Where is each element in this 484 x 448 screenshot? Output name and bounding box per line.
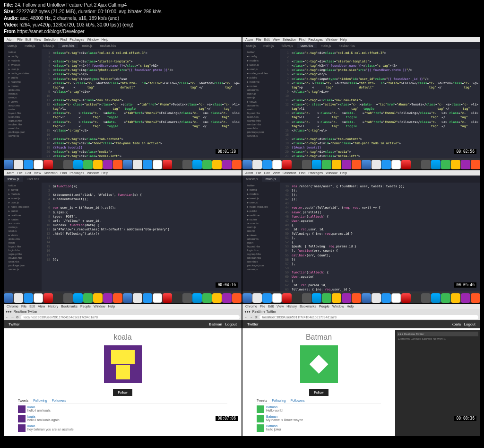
back-icon[interactable]: ← bbox=[6, 316, 9, 319]
dock-app-icon[interactable] bbox=[222, 160, 232, 169]
editor-tabs[interactable]: follow.jsmain.js bbox=[242, 176, 480, 183]
dock-app-icon[interactable] bbox=[14, 160, 23, 169]
dock-app-icon[interactable] bbox=[401, 160, 411, 169]
url-input[interactable]: localhost:3030/user/5911f7c41b4e1ce17c94… bbox=[259, 315, 478, 319]
tweet-item[interactable]: BatmanHello world bbox=[257, 405, 381, 413]
dock-app-icon[interactable] bbox=[411, 160, 421, 169]
dock-app-icon[interactable] bbox=[322, 293, 331, 303]
dock-app-icon[interactable] bbox=[262, 293, 272, 303]
code-editor[interactable]: 1<class="c-tag">div class="col-md-6 col-… bbox=[42, 49, 242, 158]
tweet-item[interactable]: BatmanMy name is Bruce wayne bbox=[257, 415, 381, 422]
dock-app-icon[interactable] bbox=[342, 293, 351, 303]
atom-menubar[interactable]: AtomFileEditViewSelectionFindPackagesWin… bbox=[4, 37, 242, 42]
dock-app-icon[interactable] bbox=[113, 160, 122, 169]
dock-app-icon[interactable] bbox=[202, 160, 212, 169]
editor-tabs[interactable]: user.jsmain.jsfollow.jsuser.hbsmain.jsna… bbox=[242, 42, 480, 49]
dock-app-icon[interactable] bbox=[63, 160, 73, 169]
dock-app-icon[interactable] bbox=[461, 293, 470, 303]
atom-menubar[interactable]: AtomFileEditViewSelectionFindPackagesWin… bbox=[242, 37, 480, 42]
dock-app-icon[interactable] bbox=[192, 293, 202, 303]
dock-app-icon[interactable] bbox=[123, 160, 132, 169]
code-editor[interactable]: 1<class="c-tag">div class="col-md-6 col-… bbox=[280, 49, 480, 158]
macos-dock[interactable] bbox=[4, 291, 242, 303]
dock-app-icon[interactable] bbox=[73, 293, 83, 303]
dock-app-icon[interactable] bbox=[282, 293, 292, 303]
dock-app-icon[interactable] bbox=[461, 160, 470, 169]
tweet-item[interactable]: koalahello i am koala again bbox=[18, 415, 227, 422]
dock-app-icon[interactable] bbox=[182, 293, 192, 303]
dock-app-icon[interactable] bbox=[53, 293, 63, 303]
dock-app-icon[interactable] bbox=[312, 293, 321, 303]
site-navbar[interactable]: Twitterkoala Logout bbox=[242, 320, 480, 328]
dock-app-icon[interactable] bbox=[431, 160, 441, 169]
dock-app-icon[interactable] bbox=[411, 293, 421, 303]
dock-app-icon[interactable] bbox=[93, 293, 103, 303]
dock-app-icon[interactable] bbox=[83, 293, 93, 303]
dock-app-icon[interactable] bbox=[34, 293, 43, 303]
file-tree[interactable]: twitter▸ config▸ models▸ tweet.js▸ user.… bbox=[4, 183, 42, 291]
site-navbar[interactable]: TwitterBatman Logout bbox=[4, 320, 242, 328]
dock-app-icon[interactable] bbox=[93, 160, 103, 169]
dock-app-icon[interactable] bbox=[34, 160, 43, 169]
tweet-item[interactable]: koalahey batman you are an asshole bbox=[18, 424, 227, 432]
dock-app-icon[interactable] bbox=[173, 160, 182, 169]
profile-tabs[interactable]: TweetsFollowingFollowers bbox=[18, 399, 227, 404]
dock-app-icon[interactable] bbox=[133, 293, 142, 303]
address-bar[interactable]: ←→⟳localhost:3030/user/5911f7c41b4e1ce17… bbox=[242, 314, 480, 320]
macos-dock[interactable] bbox=[242, 291, 480, 303]
dock-app-icon[interactable] bbox=[153, 160, 162, 169]
macos-dock[interactable] bbox=[4, 158, 242, 169]
reload-icon[interactable]: ⟳ bbox=[255, 316, 258, 319]
dock-app-icon[interactable] bbox=[242, 160, 252, 169]
code-editor[interactable]: 39 res.render('main/user', { foundUser: … bbox=[280, 183, 480, 291]
dock-app-icon[interactable] bbox=[53, 160, 63, 169]
dock-app-icon[interactable] bbox=[63, 293, 73, 303]
dock-app-icon[interactable] bbox=[4, 293, 13, 303]
dock-app-icon[interactable] bbox=[441, 160, 450, 169]
dock-app-icon[interactable] bbox=[24, 160, 33, 169]
editor-tabs[interactable]: follow.jsuser.hbs bbox=[4, 176, 242, 183]
dock-app-icon[interactable] bbox=[143, 160, 152, 169]
chrome-menubar[interactable]: ChromeFileEditViewHistoryBookmarksPeople… bbox=[4, 304, 242, 309]
dock-app-icon[interactable] bbox=[222, 293, 232, 303]
dock-app-icon[interactable] bbox=[362, 293, 371, 303]
tweet-item[interactable]: Batmanhello joker bbox=[257, 424, 381, 432]
dock-app-icon[interactable] bbox=[83, 160, 93, 169]
dock-app-icon[interactable] bbox=[73, 160, 83, 169]
dock-app-icon[interactable] bbox=[212, 293, 222, 303]
file-tree[interactable]: twitter▸ config▸ models▸ tweet.js▸ user.… bbox=[4, 49, 42, 158]
atom-menubar[interactable]: AtomFileEditViewSelectionFindPackagesWin… bbox=[242, 170, 480, 176]
dock-app-icon[interactable] bbox=[421, 160, 431, 169]
dock-app-icon[interactable] bbox=[252, 293, 262, 303]
dock-app-icon[interactable] bbox=[451, 160, 460, 169]
file-tree[interactable]: twitter▸ config▸ models▸ tweet.js▸ user.… bbox=[242, 49, 280, 158]
browser-tab-bar[interactable]: ●●●Realtime Twitter bbox=[242, 309, 480, 314]
dock-app-icon[interactable] bbox=[471, 160, 480, 169]
dock-app-icon[interactable] bbox=[421, 293, 431, 303]
dock-app-icon[interactable] bbox=[362, 160, 371, 169]
dock-app-icon[interactable] bbox=[332, 160, 341, 169]
dock-app-icon[interactable] bbox=[232, 293, 242, 303]
dock-app-icon[interactable] bbox=[372, 160, 381, 169]
dock-app-icon[interactable] bbox=[372, 293, 381, 303]
dock-app-icon[interactable] bbox=[242, 293, 252, 303]
tweet-item[interactable]: koalahello i am koala bbox=[18, 405, 227, 413]
dock-app-icon[interactable] bbox=[113, 293, 122, 303]
dock-app-icon[interactable] bbox=[4, 160, 13, 169]
dock-app-icon[interactable] bbox=[252, 160, 262, 169]
dock-app-icon[interactable] bbox=[103, 160, 112, 169]
dock-app-icon[interactable] bbox=[24, 293, 33, 303]
dock-app-icon[interactable] bbox=[272, 293, 282, 303]
dock-app-icon[interactable] bbox=[272, 160, 282, 169]
dock-app-icon[interactable] bbox=[14, 293, 23, 303]
dock-app-icon[interactable] bbox=[123, 293, 132, 303]
dock-app-icon[interactable] bbox=[133, 160, 142, 169]
macos-dock[interactable] bbox=[242, 158, 480, 169]
dock-app-icon[interactable] bbox=[43, 160, 53, 169]
dock-app-icon[interactable] bbox=[282, 160, 292, 169]
dock-app-icon[interactable] bbox=[342, 160, 351, 169]
editor-tabs[interactable]: user.jsmain.jsfollow.jsuser.hbsmain.jsna… bbox=[4, 42, 242, 49]
dock-app-icon[interactable] bbox=[173, 293, 182, 303]
dock-app-icon[interactable] bbox=[322, 160, 331, 169]
file-tree[interactable]: twitter▸ config▸ models▸ tweet.js▸ user.… bbox=[242, 183, 280, 291]
